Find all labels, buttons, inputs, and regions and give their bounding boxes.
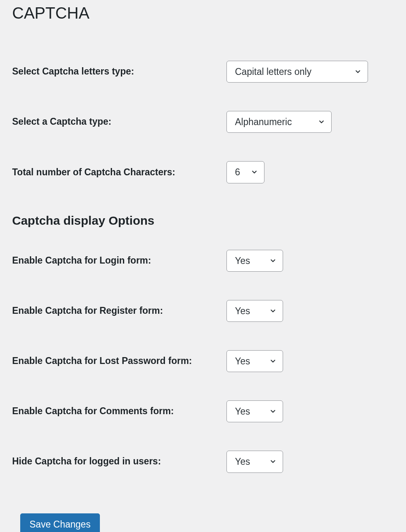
hide-logged-in-label: Hide Captcha for logged in users: [12,436,226,487]
register-select[interactable]: Yes [226,300,283,322]
save-changes-button[interactable]: Save Changes [20,513,100,532]
captcha-settings-table: Select Captcha letters type: Capital let… [12,47,394,198]
char-count-label: Total number of Captcha Characters: [12,147,226,197]
login-select[interactable]: Yes [226,250,283,272]
display-options-heading: Captcha display Options [12,214,394,228]
register-label: Enable Captcha for Register form: [12,286,226,336]
letters-type-label: Select Captcha letters type: [12,47,226,97]
hide-logged-in-select[interactable]: Yes [226,451,283,472]
lost-password-label: Enable Captcha for Lost Password form: [12,336,226,386]
lost-password-select[interactable]: Yes [226,350,283,372]
comments-label: Enable Captcha for Comments form: [12,386,226,436]
captcha-type-select[interactable]: Alphanumeric [226,111,332,133]
char-count-select[interactable]: 6 [226,161,264,183]
captcha-display-table: Enable Captcha for Login form: Yes Enabl… [12,236,394,487]
letters-type-select[interactable]: Capital letters only [226,61,368,83]
login-label: Enable Captcha for Login form: [12,236,226,286]
page-title: CAPTCHA [12,0,394,22]
comments-select[interactable]: Yes [226,400,283,422]
captcha-type-label: Select a Captcha type: [12,97,226,147]
